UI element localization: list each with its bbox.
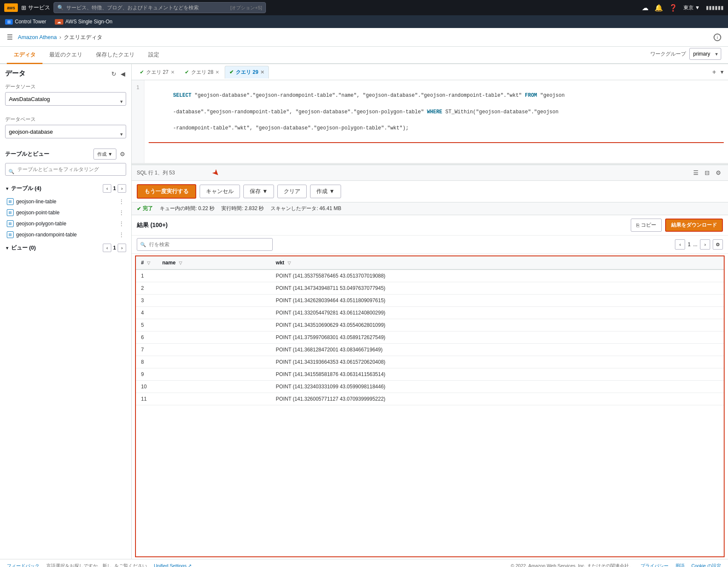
- query-tab-dropdown-btn[interactable]: ▼: [720, 69, 725, 75]
- datasource-select[interactable]: AwsDataCatalog: [5, 92, 126, 106]
- results-settings-icon[interactable]: ⚙: [713, 239, 723, 250]
- results-table-container: # ▽ name ▽ wkt ▽ 1 POINT (141.3537: [135, 255, 725, 557]
- cloud-icon[interactable]: ☁: [642, 4, 649, 12]
- views-expand-icon[interactable]: ▼: [5, 246, 9, 250]
- scan-data: スキャンしたデータ: 46.41 MB: [271, 205, 341, 212]
- table-row: 9 POINT (141.341558581876 43.06314115635…: [136, 368, 724, 381]
- cell-num: 11: [136, 393, 157, 405]
- copy-button[interactable]: ⎘ コピー: [631, 219, 662, 232]
- results-next-btn[interactable]: ›: [700, 239, 710, 250]
- bell-icon[interactable]: 🔔: [655, 4, 663, 12]
- search-placeholder: サービス、特徴、ブログ、およびドキュメントなどを検索: [66, 4, 199, 11]
- col-header-num[interactable]: # ▽: [136, 256, 157, 269]
- table-menu-icon[interactable]: ⋮: [119, 198, 124, 205]
- results-first-btn[interactable]: ‹: [675, 239, 685, 250]
- table-filter-wrapper: 🔍: [5, 163, 126, 180]
- table-row: 3 POINT (141.342628039464 43.05118090976…: [136, 295, 724, 307]
- tables-expand-icon[interactable]: ▼: [5, 186, 9, 191]
- tab-saved[interactable]: 保存したクエリ: [89, 47, 141, 64]
- table-row: 2 POINT (141.347343948711 53.04976370779…: [136, 282, 724, 295]
- collapse-icon[interactable]: ◀: [120, 70, 126, 78]
- cancel-button[interactable]: キャンセル: [200, 185, 240, 198]
- refresh-icon[interactable]: ↻: [110, 70, 117, 78]
- table-menu-icon[interactable]: ⋮: [119, 220, 124, 227]
- user-menu[interactable]: ▮▮▮▮▮▮: [706, 5, 724, 11]
- save-button[interactable]: 保存 ▼: [243, 185, 274, 198]
- editor-resize-handle[interactable]: [132, 163, 728, 165]
- tab-recent[interactable]: 最近のクエリ: [42, 47, 89, 64]
- breadcrumb-separator: ›: [59, 34, 61, 40]
- privacy-link[interactable]: プライバシー: [641, 563, 669, 567]
- global-search[interactable]: 🔍 サービス、特徴、ブログ、およびドキュメントなどを検索 [オプション+S]: [54, 2, 266, 13]
- views-next-btn[interactable]: ›: [118, 244, 126, 252]
- info-icon[interactable]: i: [714, 34, 721, 41]
- region-selector[interactable]: 東京 ▼: [683, 4, 700, 11]
- format-icon[interactable]: ☰: [691, 168, 700, 177]
- list-item[interactable]: ⊞ geojson-point-table ⋮: [5, 207, 126, 218]
- add-query-tab-btn[interactable]: +: [710, 68, 719, 76]
- database-select-wrapper: geojson-database ▼: [5, 125, 126, 143]
- table-name: geojson-line-table: [16, 199, 56, 205]
- editor-content[interactable]: SELECT "geojson-database"."geojson-rando…: [144, 80, 728, 163]
- list-item[interactable]: ⊞ geojson-line-table ⋮: [5, 196, 126, 207]
- services-menu[interactable]: ⊞ サービス: [21, 4, 50, 11]
- col-header-name[interactable]: name ▽: [157, 256, 271, 269]
- cell-num: 3: [136, 295, 157, 307]
- results-table: # ▽ name ▽ wkt ▽ 1 POINT (141.3537: [136, 256, 724, 405]
- copy-label: コピー: [641, 222, 656, 229]
- table-icon: ⊞: [7, 231, 14, 238]
- list-item[interactable]: ⊞ geojson-polygon-table ⋮: [5, 218, 126, 229]
- table-filter-input[interactable]: [5, 163, 126, 176]
- status-bar: ✔ 完了 キュー内の時間: 0.22 秒 実行時間: 2.832 秒 スキャンし…: [132, 202, 728, 215]
- tab-settings[interactable]: 設定: [141, 47, 166, 64]
- close-icon[interactable]: ✕: [171, 70, 175, 75]
- col-header-wkt[interactable]: wkt ▽: [271, 256, 724, 269]
- main-header: ☰ Amazon Athena › クエリエディタ i: [0, 28, 728, 47]
- breadcrumb-home[interactable]: Amazon Athena: [18, 34, 57, 40]
- feedback-link[interactable]: フィードバック: [7, 563, 40, 567]
- clear-button[interactable]: クリア: [277, 185, 307, 198]
- control-tower-tag[interactable]: ⊞ Control Tower: [5, 19, 46, 25]
- cookie-settings-link[interactable]: Cookie の設定: [691, 563, 721, 567]
- table-menu-icon[interactable]: ⋮: [119, 231, 124, 238]
- row-search-input[interactable]: [137, 238, 273, 251]
- close-icon[interactable]: ✕: [260, 70, 264, 75]
- create-table-btn[interactable]: 作成 ▼: [93, 149, 116, 160]
- table-row: 10 POINT (141.323403331099 43.0599098118…: [136, 381, 724, 393]
- query-tab-28[interactable]: ✔ クエリ 28 ✕: [180, 66, 224, 79]
- query-tab-29[interactable]: ✔ クエリ 29 ✕: [225, 66, 269, 79]
- database-select[interactable]: geojson-database: [5, 125, 126, 138]
- list-item[interactable]: ⊞ geojson-randompoint-table ⋮: [5, 229, 126, 240]
- services-label: サービス: [28, 4, 50, 11]
- settings-icon[interactable]: ⚙: [714, 168, 723, 177]
- query-tab-label: クエリ 28: [191, 69, 214, 76]
- cell-name: [157, 393, 271, 405]
- terms-link[interactable]: 用語: [675, 563, 685, 567]
- unified-settings-link[interactable]: Unified Settings ↗: [154, 563, 192, 567]
- create-button[interactable]: 作成 ▼: [310, 185, 341, 198]
- status-complete-label: 完了: [143, 205, 153, 212]
- cell-name: [157, 331, 271, 344]
- help-icon[interactable]: ❓: [669, 4, 677, 12]
- query-editor[interactable]: 1 SELECT "geojson-database"."geojson-ran…: [132, 80, 728, 165]
- workgroup-select-wrapper: primary ▼: [689, 48, 721, 60]
- download-button[interactable]: 結果をダウンロード: [665, 219, 723, 232]
- exec-time: 実行時間: 2.832 秒: [221, 205, 264, 212]
- sso-tag[interactable]: ☁ AWS Single Sign-On: [55, 19, 113, 25]
- check-icon: ✔: [229, 69, 234, 75]
- tables-next-btn[interactable]: ›: [118, 184, 126, 193]
- tab-editor[interactable]: エディタ: [7, 47, 42, 64]
- query-tab-27[interactable]: ✔ クエリ 27 ✕: [135, 66, 179, 79]
- tables-prev-btn[interactable]: ‹: [103, 184, 111, 193]
- cell-num: 7: [136, 344, 157, 356]
- hamburger-menu[interactable]: ☰: [7, 33, 13, 41]
- table-view-icon[interactable]: ⊟: [703, 168, 711, 177]
- workgroup-select[interactable]: primary: [689, 48, 721, 60]
- table-settings-icon[interactable]: ⚙: [119, 150, 126, 158]
- results-actions: ⎘ コピー 結果をダウンロード: [631, 219, 723, 232]
- tables-count-label: テーブル (4): [11, 185, 42, 192]
- run-again-button[interactable]: もう一度実行する: [137, 184, 196, 199]
- table-menu-icon[interactable]: ⋮: [119, 209, 124, 216]
- close-icon[interactable]: ✕: [215, 70, 219, 75]
- views-prev-btn[interactable]: ‹: [103, 244, 111, 252]
